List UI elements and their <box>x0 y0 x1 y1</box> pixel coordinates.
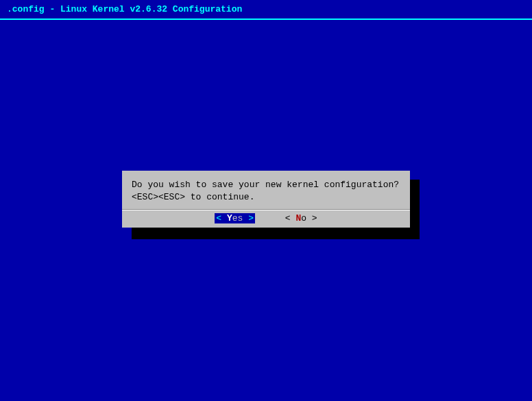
dialog-button-row: < Yes > < No > <box>122 210 410 228</box>
no-button[interactable]: < No > <box>285 213 317 223</box>
yes-hotkey: Y <box>227 213 232 223</box>
bracket-left: < <box>216 213 221 223</box>
window-title: .config - Linux Kernel v2.6.32 Configura… <box>0 0 532 20</box>
main-area: Do you wish to save your new kernel conf… <box>0 21 532 401</box>
bracket-right: > <box>248 213 254 223</box>
save-confirm-dialog: Do you wish to save your new kernel conf… <box>122 171 410 228</box>
yes-pre <box>221 213 227 223</box>
bracket-left: < <box>285 213 291 223</box>
bracket-right: > <box>312 213 317 223</box>
dialog-line-2: <ESC><ESC> to continue. <box>132 191 400 204</box>
yes-post: es <box>232 213 248 223</box>
no-post: o <box>301 213 312 223</box>
dialog-line-1: Do you wish to save your new kernel conf… <box>132 179 400 191</box>
dialog-message: Do you wish to save your new kernel conf… <box>122 171 410 209</box>
yes-button[interactable]: < Yes > <box>215 213 255 223</box>
